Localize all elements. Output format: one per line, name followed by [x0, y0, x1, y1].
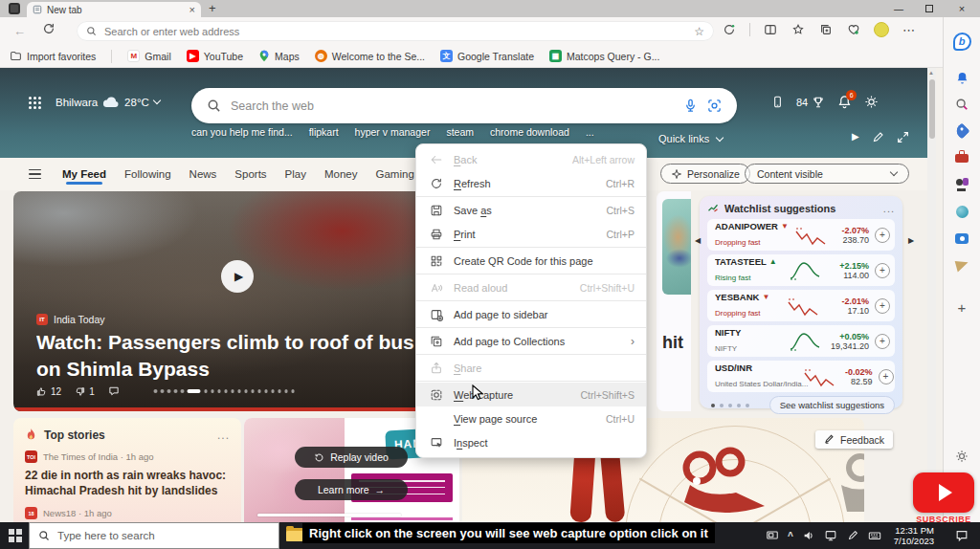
- personalize-button[interactable]: Personalize: [660, 164, 750, 184]
- notifications-bell[interactable]: 6: [837, 95, 852, 109]
- watchlist-row[interactable]: ADANIPOWER ▼ Dropping fast -2.07% 238.70…: [707, 219, 895, 251]
- add-to-watchlist-button[interactable]: +: [879, 369, 894, 384]
- page-scrollbar[interactable]: ▲: [927, 68, 936, 522]
- replay-video-button[interactable]: Replay video: [295, 447, 408, 468]
- feed-tab-play[interactable]: Play: [285, 160, 306, 188]
- tray-display-icon[interactable]: [766, 529, 779, 542]
- weather-widget[interactable]: Bhilwara 28°C: [56, 96, 160, 108]
- sidebar-camera-icon[interactable]: [951, 228, 972, 249]
- play-slideshow-icon[interactable]: ▶: [852, 131, 859, 143]
- suggestion-chip[interactable]: chrome download: [490, 126, 569, 138]
- feed-tab-my-feed[interactable]: My Feed: [62, 160, 106, 188]
- rewards-widget[interactable]: 84: [796, 96, 825, 109]
- scrollbar-thumb[interactable]: [929, 79, 935, 139]
- context-menu-item-view-page-source[interactable]: View page source Ctrl+U: [416, 406, 646, 430]
- window-minimize-button[interactable]: —: [884, 0, 913, 17]
- action-center-icon[interactable]: [955, 529, 969, 542]
- taskbar-search-input[interactable]: [57, 530, 270, 541]
- context-menu-item-web-capture[interactable]: Web capture Ctrl+Shift+S: [416, 383, 646, 406]
- bookmark-item[interactable]: ◍Welcome to the Se...: [315, 50, 425, 62]
- browser-essentials-icon[interactable]: [846, 22, 861, 37]
- add-to-watchlist-button[interactable]: +: [875, 334, 890, 349]
- suggestion-chip[interactable]: ...: [586, 126, 594, 138]
- tray-pen-icon[interactable]: [846, 529, 859, 542]
- window-close-button[interactable]: ×: [947, 0, 976, 17]
- collections-icon[interactable]: [818, 22, 834, 37]
- top-stories-more-icon[interactable]: ...: [217, 428, 230, 442]
- apps-grid-icon[interactable]: [29, 97, 43, 111]
- feed-tab-sports[interactable]: Sports: [234, 160, 266, 188]
- watchlist-more-icon[interactable]: ...: [883, 203, 895, 214]
- settings-gear-icon[interactable]: [864, 95, 879, 109]
- add-to-watchlist-button[interactable]: +: [875, 228, 890, 243]
- comments-button[interactable]: [108, 385, 120, 397]
- learn-more-button[interactable]: Learn more →: [295, 479, 408, 500]
- carousel-right-arrow[interactable]: ▶: [908, 236, 914, 245]
- window-maximize-button[interactable]: [915, 0, 944, 17]
- play-button[interactable]: ▶: [221, 260, 254, 293]
- msn-search-bar[interactable]: [191, 88, 737, 123]
- sidebar-toolbox-icon[interactable]: [951, 147, 972, 168]
- watchlist-row[interactable]: USD/INR United States Dollar/India... -0…: [707, 361, 895, 392]
- sidebar-sphere-icon[interactable]: [951, 201, 972, 222]
- tray-touch-keyboard-icon[interactable]: [868, 529, 881, 542]
- sidebar-copilot-icon[interactable]: b: [951, 31, 972, 52]
- sync-icon[interactable]: [722, 22, 737, 37]
- tray-network-icon[interactable]: [824, 529, 837, 542]
- subscribe-overlay[interactable]: SUBSCRIBE: [910, 472, 977, 524]
- context-menu-item-save-as[interactable]: Save as Ctrl+S: [416, 198, 646, 222]
- sidebar-paper-plane-icon[interactable]: [951, 254, 972, 275]
- see-watchlist-button[interactable]: See watchlist suggestions: [769, 396, 895, 414]
- feed-tab-following[interactable]: Following: [124, 160, 171, 188]
- feed-tab-news[interactable]: News: [189, 160, 217, 188]
- sidebar-search-icon[interactable]: [951, 94, 972, 115]
- context-menu-item-add-page-to-collections[interactable]: Add page to Collections ›: [416, 329, 646, 353]
- file-explorer-icon[interactable]: [286, 528, 303, 541]
- suggestion-chip[interactable]: hyper v manager: [355, 126, 431, 138]
- taskbar-clock[interactable]: 12:31 PM 7/10/2023: [890, 525, 934, 546]
- watchlist-row[interactable]: TATASTEEL ▲ Rising fast +2.15% 114.00 +: [707, 254, 895, 286]
- favorite-star-icon[interactable]: ☆: [694, 25, 704, 38]
- split-screen-icon[interactable]: [763, 22, 778, 37]
- start-button[interactable]: [9, 529, 22, 542]
- sidebar-add-icon[interactable]: +: [951, 296, 972, 318]
- profile-avatar[interactable]: [874, 22, 889, 37]
- tray-hidden-icons-icon[interactable]: ^: [788, 531, 793, 541]
- context-menu-item-refresh[interactable]: Refresh Ctrl+R: [416, 171, 646, 195]
- top-stories-card[interactable]: Top stories ... TOI The Times of India ·…: [13, 418, 241, 522]
- sidebar-notifications-icon[interactable]: [951, 67, 972, 88]
- new-tab-button[interactable]: +: [209, 1, 216, 15]
- tab-close-icon[interactable]: ×: [189, 5, 195, 14]
- tab-actions-menu-icon[interactable]: [9, 3, 20, 14]
- content-visible-dropdown[interactable]: Content visible: [745, 164, 909, 184]
- more-menu-icon[interactable]: ⋯: [902, 22, 917, 37]
- story-headline[interactable]: 22 die in north as rain wreaks havoc: Hi…: [25, 468, 230, 498]
- carousel-dots[interactable]: [154, 389, 295, 393]
- bookmark-item[interactable]: Import favorites: [10, 50, 96, 62]
- dislike-button[interactable]: 1: [75, 386, 95, 397]
- browser-tab[interactable]: New tab ×: [27, 2, 201, 17]
- sidebar-settings-icon[interactable]: [951, 446, 972, 467]
- add-to-watchlist-button[interactable]: +: [875, 263, 890, 278]
- refresh-icon[interactable]: [42, 22, 56, 35]
- feed-tab-gaming[interactable]: Gaming: [376, 160, 414, 188]
- sidebar-shopping-icon[interactable]: [951, 121, 972, 142]
- back-icon[interactable]: ←: [13, 24, 26, 38]
- bookmark-item[interactable]: 文Google Translate: [440, 50, 534, 62]
- address-input[interactable]: [104, 26, 686, 37]
- mobile-icon[interactable]: [771, 95, 784, 109]
- partial-news-card[interactable]: hit: [657, 191, 691, 411]
- expand-icon[interactable]: [897, 131, 909, 143]
- hero-news-card[interactable]: ▶ IT India Today Watch: Passengers climb…: [13, 191, 434, 411]
- msn-search-input[interactable]: [231, 99, 674, 113]
- context-menu-item-add-page-to-sidebar[interactable]: Add page to sidebar: [416, 302, 646, 326]
- context-menu-item-print[interactable]: Print Ctrl+P: [416, 222, 646, 246]
- tray-volume-icon[interactable]: [802, 529, 815, 542]
- feed-tab-money[interactable]: Money: [324, 160, 358, 188]
- add-to-watchlist-button[interactable]: +: [875, 298, 890, 314]
- bookmark-item[interactable]: Maps: [258, 50, 300, 62]
- bookmark-item[interactable]: ▦Matcops Query - G...: [549, 50, 659, 62]
- scrollbar-up-arrow[interactable]: ▲: [928, 70, 934, 76]
- edit-background-icon[interactable]: [872, 131, 884, 143]
- suggestion-chip[interactable]: flipkart: [309, 126, 339, 138]
